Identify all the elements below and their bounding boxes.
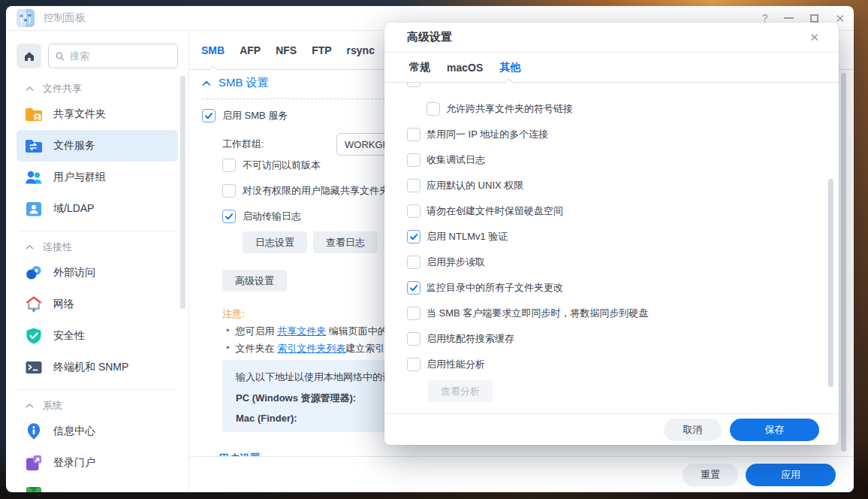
- ntlmv1-auth-checkbox[interactable]: [407, 230, 420, 243]
- reset-button[interactable]: 重置: [683, 464, 738, 486]
- window-title: 控制面板: [44, 11, 86, 25]
- maximize-icon[interactable]: [810, 14, 818, 23]
- sidebar-item-external-access[interactable]: 外部访问: [17, 257, 178, 289]
- indexed-folder-list-link[interactable]: 索引文件夹列表: [277, 343, 345, 354]
- dialog-options-list: 允许跨共享文件夹的符号链接 禁用同一 IP 地址的多个连接 收集调试日志 应用默…: [384, 83, 839, 413]
- enable-smb-checkbox[interactable]: [202, 109, 215, 122]
- sidebar-divider: [18, 231, 176, 231]
- window-close-icon[interactable]: ✕: [835, 13, 845, 24]
- shared-folders-link[interactable]: 共享文件夹: [277, 325, 326, 337]
- default-unix-permissions-checkbox[interactable]: [407, 179, 420, 192]
- dialog-tab-macos[interactable]: macOS: [447, 62, 483, 74]
- sidebar-scrollbar[interactable]: [180, 76, 185, 309]
- desktop-background: 控制面板 ? ✕ 文件共享: [0, 0, 868, 499]
- users-groups-icon: [24, 168, 44, 187]
- main-footer: 重置 应用: [190, 456, 854, 492]
- watch-subfolders-checkbox[interactable]: [407, 281, 420, 295]
- minimize-icon[interactable]: [784, 17, 794, 19]
- search-input[interactable]: [70, 50, 171, 62]
- option-row: 禁用同一 IP 地址的多个连接: [384, 122, 839, 147]
- sidebar-section-connectivity[interactable]: 连接性: [17, 237, 178, 257]
- terminal-snmp-icon: [24, 358, 44, 377]
- option-row: 监控目录中的所有子文件夹更改: [384, 275, 839, 301]
- chevron-up-icon: [26, 244, 34, 250]
- sidebar-item-domain-ldap[interactable]: 域/LDAP: [17, 193, 178, 225]
- help-icon[interactable]: ?: [762, 13, 768, 23]
- note-line-2: 文件夹在 索引文件夹列表建立索引之: [226, 342, 394, 355]
- hide-shared-folders-checkbox[interactable]: [222, 184, 236, 198]
- info-center-icon: [24, 422, 44, 441]
- option-row: 允许跨共享文件夹的符号链接: [384, 96, 839, 122]
- option-row: 启用性能分析: [384, 352, 839, 377]
- option-row: 当 SMB 客户端要求立即同步时，将数据同步到硬盘: [384, 301, 839, 326]
- dialog-scrollbar[interactable]: [828, 179, 833, 387]
- wildcard-search-cache-checkbox[interactable]: [407, 332, 420, 346]
- dialog-footer: 取消 保存: [384, 413, 839, 445]
- sync-to-disk-checkbox[interactable]: [407, 307, 420, 320]
- advanced-settings-button[interactable]: 高级设置: [222, 270, 287, 292]
- tab-nfs[interactable]: NFS: [276, 44, 297, 56]
- tab-ftp[interactable]: FTP: [312, 44, 331, 56]
- option-row: 请勿在创建文件时保留硬盘空间: [384, 198, 839, 224]
- log-settings-button[interactable]: 日志设置: [243, 231, 307, 253]
- clipped-option-checkbox[interactable]: [407, 83, 420, 87]
- sidebar-section-system[interactable]: 系统: [17, 396, 178, 416]
- dialog-tabbar: 常规 macOS 其他: [384, 53, 839, 83]
- performance-analysis-checkbox[interactable]: [407, 358, 420, 371]
- transfer-log-row: 启动传输日志: [222, 210, 301, 223]
- apply-button[interactable]: 应用: [746, 464, 836, 486]
- domain-ldap-icon: [24, 199, 44, 219]
- dialog-tab-general[interactable]: 常规: [409, 61, 430, 74]
- enable-smb-row: 启用 SMB 服务: [202, 109, 288, 122]
- file-services-icon: [24, 136, 44, 156]
- cancel-button[interactable]: 取消: [664, 419, 722, 441]
- login-portal-icon: [24, 453, 44, 473]
- dialog-close-icon[interactable]: ✕: [809, 31, 819, 44]
- option-row: 收集调试日志: [384, 147, 839, 173]
- dialog-tab-others[interactable]: 其他: [499, 61, 520, 74]
- tab-rsync[interactable]: rsync: [347, 44, 375, 56]
- disable-multiple-connections-checkbox[interactable]: [407, 128, 420, 141]
- transfer-log-checkbox[interactable]: [222, 210, 236, 223]
- sidebar-section-file-sharing[interactable]: 文件共享: [17, 79, 178, 98]
- home-button[interactable]: [17, 44, 41, 68]
- sidebar-item-network[interactable]: 网络: [17, 289, 178, 320]
- no-reserve-disk-space-checkbox[interactable]: [407, 204, 420, 218]
- chevron-up-icon: [26, 86, 34, 92]
- symlink-across-shares-checkbox[interactable]: [426, 102, 440, 116]
- sidebar-divider: [18, 389, 176, 390]
- sidebar-item-file-services[interactable]: 文件服务: [17, 130, 178, 162]
- save-button[interactable]: 保存: [730, 419, 819, 441]
- home-icon: [23, 50, 36, 63]
- async-read-checkbox[interactable]: [407, 256, 420, 269]
- chevron-up-icon: [26, 403, 34, 409]
- external-access-icon: [24, 263, 44, 283]
- view-logs-button[interactable]: 查看日志: [313, 231, 378, 253]
- sidebar-item-login-portal[interactable]: 登录门户: [17, 447, 178, 479]
- collect-debug-logs-checkbox[interactable]: [407, 153, 420, 167]
- no-previous-versions-row: 不可访问以前版本: [222, 159, 321, 172]
- workgroup-label: 工作群组:: [222, 133, 264, 156]
- tab-afp[interactable]: AFP: [240, 44, 261, 56]
- sidebar-item-clipped[interactable]: [17, 479, 178, 492]
- sidebar-item-security[interactable]: 安全性: [17, 320, 178, 352]
- option-row: 启用异步读取: [384, 250, 839, 275]
- search-box[interactable]: [48, 44, 178, 68]
- sidebar-item-terminal-snmp[interactable]: 终端机和 SNMP: [17, 352, 178, 383]
- sidebar-item-users-groups[interactable]: 用户与群组: [17, 162, 178, 193]
- control-panel-icon: [17, 9, 35, 27]
- search-icon: [55, 50, 65, 62]
- shared-folder-icon: [24, 104, 44, 124]
- tab-smb[interactable]: SMB: [201, 44, 225, 56]
- no-previous-versions-checkbox[interactable]: [222, 159, 236, 172]
- option-row: 启用统配符搜索缓存: [384, 326, 839, 352]
- note-line-1: 您可启用 共享文件夹 编辑页面中的: [226, 325, 387, 338]
- section-collapse-icon: [202, 80, 211, 86]
- sidebar-item-shared-folders[interactable]: 共享文件夹: [17, 98, 178, 130]
- sidebar-item-info-center[interactable]: 信息中心: [17, 416, 178, 447]
- sidebar: 文件共享 共享文件夹 文件服务 用户与群组: [6, 32, 189, 492]
- view-analysis-button[interactable]: 查看分析: [428, 380, 493, 402]
- network-icon: [24, 295, 44, 314]
- main-scrollbar[interactable]: [841, 73, 846, 452]
- security-shield-icon: [24, 326, 44, 346]
